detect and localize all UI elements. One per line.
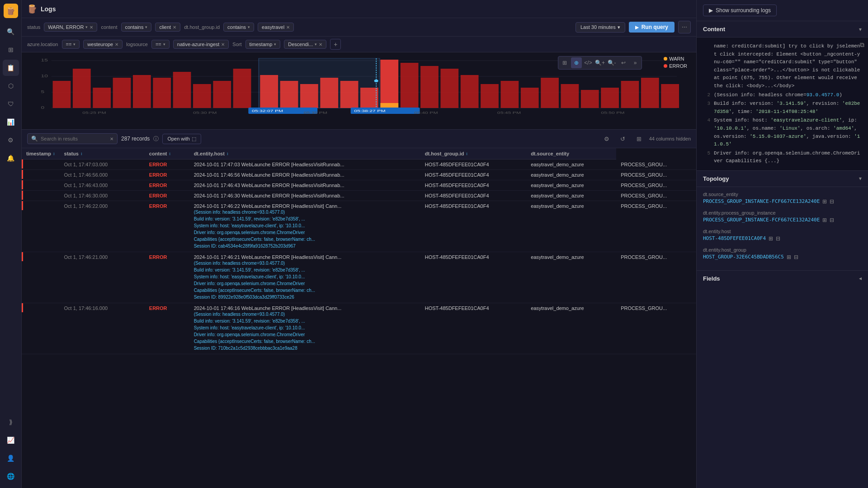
logsource-value-chip[interactable]: native-azure-ingest ✕ (173, 40, 229, 49)
dthost-filter-close[interactable]: ✕ (286, 25, 290, 30)
run-query-button[interactable]: ▶ Run query (629, 22, 675, 33)
search-in-results-field[interactable]: 🔍 ✕ (27, 133, 118, 144)
sort-direction-chip[interactable]: Descendi... ▾ ✕ (284, 40, 326, 49)
sidebar-item-apps[interactable]: ⊞ (3, 42, 19, 58)
col-host-group[interactable]: dt.host_group.id ↕ (420, 148, 526, 160)
show-surrounding-logs-button[interactable]: ▶ Show surrounding logs (703, 5, 777, 16)
grid-view-button[interactable]: ⊞ (633, 132, 646, 145)
content-value-chip[interactable]: client ✕ (155, 23, 180, 32)
chart-undo-tool[interactable]: ↩ (618, 57, 629, 68)
search-input[interactable] (41, 136, 107, 141)
filter-action-button[interactable]: ⚙ (600, 132, 613, 145)
col-source-entity[interactable]: dt.source_entity (526, 148, 616, 160)
azure-op-arrow: ▾ (73, 42, 75, 47)
sidebar-item-search[interactable]: 🔍 (3, 23, 19, 40)
svg-rect-36 (581, 90, 599, 108)
svg-rect-35 (561, 84, 579, 108)
records-info-icon[interactable]: ⓘ (153, 135, 159, 143)
status-filter-close[interactable]: ✕ (90, 25, 93, 30)
chart-zoom-out-tool[interactable]: 🔍- (606, 57, 617, 68)
log-line-4: 5 Driver info: org.openqa.selenium.chrom… (703, 149, 862, 166)
chart-zoom-in-tool[interactable]: 🔍+ (594, 57, 605, 68)
topo-filter-source[interactable]: ⊟ (830, 198, 834, 205)
warn-label: WARN (669, 56, 684, 61)
sidebar-item-logs[interactable]: 📋 (3, 60, 19, 76)
table-row[interactable]: Oct 1, 17:46:30.000 ERROR 2024-10-01 17:… (22, 191, 696, 201)
chart-code-tool[interactable]: </> (583, 57, 594, 68)
sidebar-item-alert[interactable]: 🔔 (3, 150, 19, 166)
more-options-button[interactable]: ⋯ (678, 21, 691, 33)
dthost-value-chip[interactable]: easytravel ✕ (258, 23, 294, 32)
topo-filter-host[interactable]: ⊟ (776, 235, 780, 242)
table-row[interactable]: Oct 1, 17:46:43.000 ERROR 2024-10-01 17:… (22, 180, 696, 191)
topo-value-pgi: PROCESS_GROUP_INSTANCE-FCF667CE132A240E (703, 217, 820, 223)
azure-op-value: == (66, 42, 72, 47)
topo-filter-pgi[interactable]: ⊟ (830, 217, 834, 223)
topo-item-pgi: dt.entity.process_group_instance PROCESS… (703, 210, 862, 223)
cell-content: 2024-10-01 17:46:21 WebLaunche ERROR [He… (189, 252, 420, 303)
cell-timestamp: Oct 1, 17:46:43.000 (60, 180, 145, 191)
status-badge: ERROR (149, 162, 167, 167)
log-line-0: name: creditCard:submit] try to click by… (703, 42, 862, 91)
refresh-button[interactable]: ↺ (617, 132, 629, 145)
content-section-header[interactable]: Content ▾ (697, 21, 868, 38)
open-with-button[interactable]: Open with ⬚ (162, 134, 201, 144)
topo-filter-hg[interactable]: ⊟ (794, 254, 798, 260)
content-main: 2024-10-01 17:46:30 WebLaunche ERROR [He… (194, 193, 366, 198)
col-status[interactable]: status ↕ (60, 148, 145, 160)
topology-section-header[interactable]: Topology ▾ (697, 171, 868, 187)
chart-more-tool[interactable]: » (630, 57, 641, 68)
sidebar-item-shield[interactable]: 🛡 (3, 96, 19, 112)
dthost-operator-chip[interactable]: contains ▾ (223, 23, 254, 32)
chart-crosshair-tool[interactable]: ⊕ (571, 57, 582, 68)
azure-filter-close[interactable]: ✕ (115, 42, 118, 47)
sidebar-item-globe[interactable]: 🌐 (3, 468, 19, 484)
logsource-filter-close[interactable]: ✕ (221, 42, 225, 47)
status-filter-chip[interactable]: WARN, ERROR ▾ ✕ (44, 23, 97, 32)
sidebar-item-expand[interactable]: ⟫ (3, 414, 19, 430)
play-icon: ▶ (635, 25, 639, 30)
sidebar-item-user[interactable]: 👤 (3, 450, 19, 466)
table-row[interactable]: Oct 1, 17:46:16.000 ERROR 2024-10-01 17:… (22, 303, 696, 354)
topology-expand-icon: ▾ (859, 175, 862, 182)
table-row[interactable]: Oct 1, 17:46:22.000 ERROR 2024-10-01 17:… (22, 201, 696, 252)
line-num-4: 5 (703, 150, 710, 165)
col-content[interactable]: content ↕ (145, 148, 189, 160)
topo-item-hg: dt.entity.host_group HOST_GROUP-32E6C45B… (703, 247, 862, 260)
table-row[interactable]: Oct 1, 17:46:56.000 ERROR 2024-10-01 17:… (22, 170, 696, 180)
sort-filter-close[interactable]: ✕ (319, 42, 322, 47)
content-sub-line: System info: host: 'easytravelazure-clie… (194, 222, 416, 229)
col-entity-host[interactable]: dt.entity.host ↕ (189, 148, 420, 160)
time-range-selector[interactable]: Last 30 minutes ▾ (576, 22, 625, 33)
topo-copy-hg[interactable]: ⊞ (787, 254, 791, 260)
sort-value-chip[interactable]: timestamp ▾ (245, 40, 281, 49)
col-timestamp[interactable]: timestamp ↕ (22, 148, 60, 160)
fields-section-header[interactable]: Fields ◂ (697, 271, 868, 286)
azure-value-chip[interactable]: westeurope ✕ (83, 40, 123, 49)
topo-copy-host[interactable]: ⊞ (769, 235, 773, 242)
topo-copy-source[interactable]: ⊞ (822, 198, 827, 205)
cell-hg: easytravel_demo_azure (526, 170, 616, 180)
columns-hidden-button[interactable]: 44 columns hidden (649, 136, 691, 141)
line-num-0 (703, 42, 710, 90)
logsource-operator-chip[interactable]: == ▾ (151, 40, 170, 49)
content-operator-chip[interactable]: contains ▾ (121, 23, 152, 32)
chart-select-tool[interactable]: ⊞ (559, 57, 570, 68)
svg-text:05:25 PM: 05:25 PM (82, 111, 106, 115)
search-clear-button[interactable]: ✕ (110, 136, 113, 141)
copy-content-button[interactable]: ⧉ (860, 41, 864, 49)
right-panel-header: ▶ Show surrounding logs (697, 0, 868, 21)
add-filter-button[interactable]: + (330, 39, 341, 50)
sort-dir-arrow: ▾ (315, 42, 317, 47)
topo-copy-pgi[interactable]: ⊞ (822, 217, 827, 223)
sidebar-item-layers[interactable]: ⬡ (3, 78, 19, 94)
sidebar-item-analytics[interactable]: 📈 (3, 432, 19, 448)
table-row[interactable]: Oct 1, 17:47:03.000 ERROR 2024-10-01 17:… (22, 160, 696, 170)
sidebar-item-settings[interactable]: ⚙ (3, 132, 19, 148)
table-row[interactable]: Oct 1, 17:46:21.000 ERROR 2024-10-01 17:… (22, 252, 696, 303)
log-table-container[interactable]: timestamp ↕ status ↕ content ↕ (22, 148, 696, 488)
sidebar-item-chart[interactable]: 📊 (3, 114, 19, 130)
log-line-3: 4 System info: host: 'easytravelazure-cl… (703, 116, 862, 149)
content-filter-close[interactable]: ✕ (173, 25, 176, 30)
azure-operator-chip[interactable]: == ▾ (62, 40, 80, 49)
